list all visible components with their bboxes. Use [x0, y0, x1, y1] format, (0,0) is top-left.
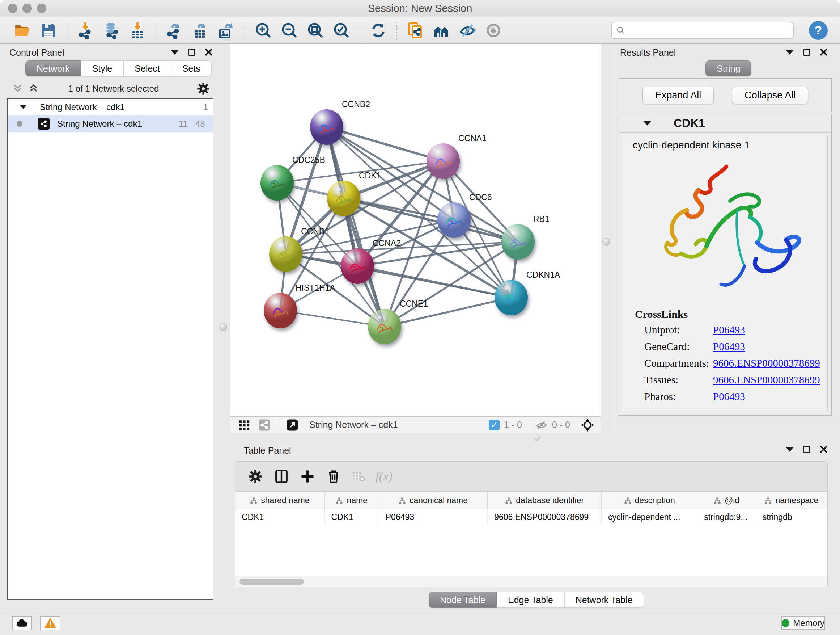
right-splitter[interactable]: [600, 44, 615, 433]
add-column-icon[interactable]: [300, 469, 316, 485]
expand-all-button[interactable]: Expand All: [643, 87, 714, 104]
show-all-button[interactable]: [484, 20, 503, 41]
table-cell[interactable]: CDK1: [235, 509, 325, 525]
close-panel-icon[interactable]: [205, 48, 213, 56]
scrollbar-thumb[interactable]: [240, 578, 304, 585]
left-splitter[interactable]: [217, 44, 230, 433]
table-cell[interactable]: cyclin-dependent ...: [602, 509, 698, 525]
close-panel-icon[interactable]: [820, 445, 828, 453]
close-panel-icon[interactable]: [820, 48, 828, 56]
crosslink-link[interactable]: 9606.ENSP00000378699: [713, 374, 820, 391]
tab-node-table[interactable]: Node Table: [429, 592, 497, 608]
network-node-ccne1[interactable]: [368, 309, 401, 344]
tab-network-table[interactable]: Network Table: [564, 592, 644, 608]
column-header-name[interactable]: name: [325, 492, 379, 509]
table-cell[interactable]: P06493: [379, 509, 487, 525]
network-node-cdc25b[interactable]: [261, 165, 294, 201]
panel-menu-icon[interactable]: [171, 50, 179, 55]
export-image-button[interactable]: [217, 20, 236, 41]
tab-style[interactable]: Style: [81, 60, 124, 76]
import-network-database-button[interactable]: [102, 20, 121, 41]
network-edge[interactable]: [357, 266, 511, 298]
import-network-file-button[interactable]: [76, 20, 95, 41]
network-node-ccnb1[interactable]: [269, 236, 302, 272]
tab-select[interactable]: Select: [123, 60, 171, 76]
network-canvas[interactable]: CCNB2 CCNA1 CDC25B CDK1 CDC6 RB1 CCNB1 C…: [230, 44, 600, 416]
network-edge[interactable]: [385, 242, 518, 326]
zoom-fit-button[interactable]: [306, 20, 325, 41]
column-header-description[interactable]: description: [602, 492, 698, 509]
hide-selected-button[interactable]: [458, 20, 477, 41]
splitter-handle[interactable]: [534, 434, 540, 441]
save-session-button[interactable]: [39, 20, 58, 41]
network-node-cdkn1a[interactable]: [494, 280, 528, 315]
splitter-handle[interactable]: [602, 238, 610, 246]
column-header-databaseidentifier[interactable]: database identifier: [488, 492, 602, 509]
float-panel-icon[interactable]: [803, 446, 810, 453]
show-columns-icon[interactable]: [273, 469, 289, 485]
crosslink-link[interactable]: P06493: [713, 340, 745, 357]
selected-checkbox-icon[interactable]: ✓: [489, 420, 500, 431]
memory-button[interactable]: Memory: [781, 616, 825, 630]
network-node-cdk1[interactable]: [327, 181, 360, 216]
crosslink-link[interactable]: P06493: [713, 391, 745, 407]
table-cell[interactable]: stringdb: [756, 509, 827, 525]
table-options-gear-icon[interactable]: [248, 469, 264, 485]
collapse-entry-icon[interactable]: [643, 121, 651, 126]
column-header-id[interactable]: @id: [698, 492, 756, 509]
column-header-canonicalname[interactable]: canonical name: [379, 492, 487, 509]
table-cell[interactable]: CDK1: [325, 509, 379, 525]
tab-sets[interactable]: Sets: [171, 60, 212, 76]
table-row[interactable]: CDK1CDK1P064939606.ENSP00000378699cyclin…: [235, 509, 827, 525]
column-header-namespace[interactable]: namespace: [756, 492, 827, 509]
tab-edge-table[interactable]: Edge Table: [497, 592, 564, 608]
network-node-rb1[interactable]: [501, 224, 535, 260]
network-node-cdc6[interactable]: [437, 203, 471, 238]
panel-menu-icon[interactable]: [786, 50, 794, 55]
zoom-out-button[interactable]: [280, 20, 299, 41]
grid-view-icon[interactable]: [238, 419, 250, 431]
splitter-handle[interactable]: [219, 323, 227, 331]
import-table-button[interactable]: [128, 20, 147, 41]
network-options-gear-icon[interactable]: [196, 81, 210, 96]
refresh-view-button[interactable]: [369, 20, 388, 41]
table-cell[interactable]: 9606.ENSP00000378699: [488, 509, 602, 525]
clone-network-button[interactable]: [406, 20, 425, 41]
panel-menu-icon[interactable]: [786, 447, 794, 452]
network-edge[interactable]: [344, 198, 518, 242]
delete-column-icon[interactable]: [325, 469, 341, 485]
export-network-button[interactable]: [165, 20, 184, 41]
help-button[interactable]: ?: [809, 21, 828, 40]
cloud-status-button[interactable]: [12, 616, 32, 630]
birds-eye-view-icon[interactable]: [580, 418, 595, 432]
horizontal-splitter[interactable]: [230, 433, 840, 442]
crosslink-link[interactable]: P06493: [713, 324, 745, 340]
first-neighbors-button[interactable]: [432, 20, 451, 41]
network-node-ccna2[interactable]: [341, 249, 374, 284]
network-node-hist1h1a[interactable]: [264, 293, 297, 328]
tab-string[interactable]: String: [706, 60, 752, 76]
collapse-all-button[interactable]: Collapse All: [732, 87, 808, 104]
network-tree-root-row[interactable]: String Network – cdk1 1: [8, 99, 213, 116]
export-table-button[interactable]: [191, 20, 210, 41]
zoom-in-button[interactable]: [254, 20, 273, 41]
warnings-button[interactable]: [40, 616, 60, 630]
zoom-selected-button[interactable]: [332, 20, 351, 41]
open-session-button[interactable]: [13, 20, 32, 41]
search-input[interactable]: [629, 25, 789, 35]
float-panel-icon[interactable]: [803, 49, 810, 56]
string-network-icon[interactable]: [258, 419, 271, 431]
network-node-ccna1[interactable]: [426, 143, 460, 179]
crosslink-link[interactable]: 9606.ENSP00000378699: [713, 357, 820, 374]
node-details-header[interactable]: CDK1: [619, 114, 831, 133]
network-node-ccnb2[interactable]: [310, 109, 343, 145]
tree-expand-icon[interactable]: [19, 105, 27, 109]
network-tree-child-row[interactable]: String Network – cdk1 11 48: [8, 116, 213, 132]
table-horizontal-scrollbar[interactable]: [235, 576, 828, 587]
open-in-new-window-icon[interactable]: [286, 419, 298, 431]
float-panel-icon[interactable]: [188, 49, 195, 56]
column-header-sharedname[interactable]: shared name: [235, 492, 325, 509]
zoom-selected-icon: [333, 22, 350, 39]
table-cell[interactable]: stringdb:9...: [698, 509, 756, 525]
tab-network[interactable]: Network: [25, 60, 81, 76]
